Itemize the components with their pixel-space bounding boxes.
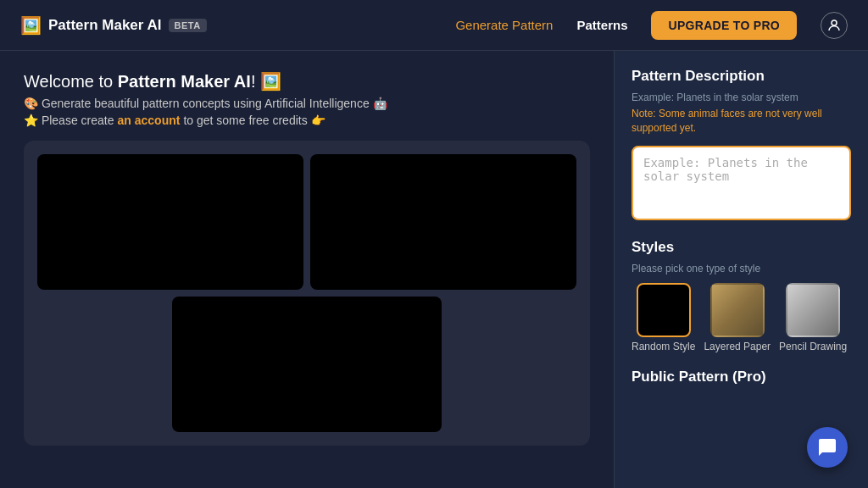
image-cell-1: [37, 154, 303, 290]
nav-patterns[interactable]: Patterns: [576, 18, 627, 32]
logo-emoji: 🖼️: [20, 15, 42, 36]
left-panel: Welcome to Pattern Maker AI! 🖼️ 🎨 Genera…: [0, 51, 614, 488]
style-swatch-layered: [710, 283, 765, 337]
main-content: Welcome to Pattern Maker AI! 🖼️ 🎨 Genera…: [0, 51, 868, 488]
nav-generate-pattern[interactable]: Generate Pattern: [455, 18, 553, 32]
style-label-pencil: Pencil Drawing: [779, 341, 847, 354]
welcome-prefix: Welcome to: [24, 72, 118, 91]
style-label-random: Random Style: [632, 341, 695, 354]
style-item-pencil[interactable]: Pencil Drawing: [779, 283, 847, 354]
description-textarea[interactable]: [632, 146, 851, 220]
public-pattern-section: Public Pattern (Pro): [632, 369, 851, 385]
pattern-description-section: Pattern Description Example: Planets in …: [632, 68, 851, 224]
public-pattern-title: Public Pattern (Pro): [632, 369, 851, 385]
style-swatch-random: [637, 283, 691, 337]
header: 🖼️ Pattern Maker AI BETA Generate Patter…: [0, 0, 868, 51]
image-grid-container: [24, 141, 590, 446]
svg-point-0: [832, 20, 837, 25]
chat-icon: [817, 437, 837, 458]
subtitle-1: 🎨 Generate beautiful pattern concepts us…: [24, 97, 590, 110]
pattern-description-title: Pattern Description: [632, 68, 851, 85]
beta-badge: BETA: [169, 19, 207, 32]
styles-section: Styles Please pick one type of style Ran…: [632, 239, 851, 354]
header-nav: Generate Pattern Patterns UPGRADE TO PRO: [455, 11, 848, 40]
styles-grid: Random Style Layered Paper Pencil Drawin…: [632, 283, 851, 354]
user-icon[interactable]: [821, 12, 848, 39]
subtitle-2: ⭐ Please create an account to get some f…: [24, 114, 590, 127]
right-panel: Pattern Description Example: Planets in …: [614, 51, 868, 488]
image-cell-3: [172, 297, 442, 432]
image-grid: [37, 154, 576, 432]
style-item-random[interactable]: Random Style: [632, 283, 695, 354]
subtitle-suffix: to get some free credits 👉: [183, 114, 325, 127]
image-cell-2: [310, 154, 576, 290]
logo-text: Pattern Maker AI: [48, 17, 162, 34]
style-swatch-pencil: [786, 283, 840, 337]
style-label-layered: Layered Paper: [704, 341, 771, 354]
welcome-suffix: ! 🖼️: [251, 72, 281, 91]
chat-bubble[interactable]: [807, 427, 848, 468]
styles-title: Styles: [632, 239, 851, 256]
style-item-layered[interactable]: Layered Paper: [704, 283, 771, 354]
subtitle-prefix: ⭐ Please create: [24, 114, 114, 127]
logo-area: 🖼️ Pattern Maker AI BETA: [20, 15, 207, 36]
account-link[interactable]: an account: [118, 114, 181, 127]
welcome-heading: Welcome to Pattern Maker AI! 🖼️: [24, 71, 590, 92]
warning-text: Note: Some animal faces are not very wel…: [632, 107, 851, 136]
example-placeholder: Example: Planets in the solar system: [632, 92, 851, 103]
brand-name: Pattern Maker AI: [118, 72, 251, 91]
upgrade-pro-button[interactable]: UPGRADE TO PRO: [651, 11, 797, 40]
styles-subtitle: Please pick one type of style: [632, 263, 851, 274]
